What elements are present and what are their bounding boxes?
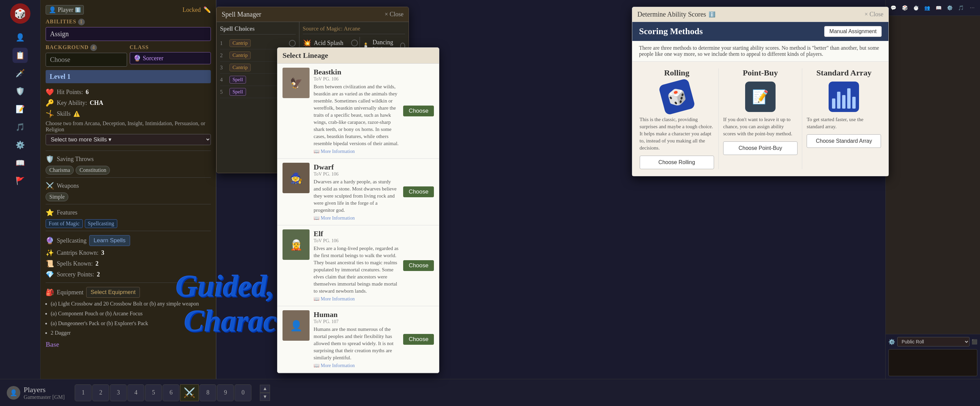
toolbar-journal-icon[interactable]: 📖 (934, 3, 943, 13)
roll-expand-icon[interactable]: ⬛ (972, 339, 977, 345)
constitution-badge: Constitution (76, 166, 110, 174)
tab-8[interactable]: 8 (199, 384, 216, 401)
human-source: ToV PG. 107 (313, 319, 399, 324)
elf-desc: Elves are a long-lived people, regarded … (313, 245, 399, 295)
sidebar-icon-combat[interactable]: 🗡️ (13, 66, 28, 81)
equip-icon: 🎒 (46, 288, 54, 296)
beastkin-name: Beastkin (313, 68, 399, 77)
choose-point-buy-button[interactable]: Choose Point-Buy (723, 141, 797, 155)
tab-6[interactable]: 6 (162, 384, 180, 401)
sidebar-icon-shield[interactable]: 🛡️ (13, 83, 28, 99)
roll-gear-icon[interactable]: ⚙️ (888, 339, 895, 345)
acid-splash-circle[interactable] (351, 40, 358, 46)
choose-rolling-button[interactable]: Choose Rolling (640, 156, 714, 169)
player-avatar: 👤 (7, 386, 20, 400)
sidebar-icon-flag[interactable]: 🚩 (13, 173, 28, 189)
sorcery-icon: 💎 (46, 270, 54, 278)
beastkin-more[interactable]: 📖 More Information (313, 149, 399, 154)
manual-assignment-button[interactable]: Manual Assignment (824, 26, 882, 37)
charisma-badge: Charisma (46, 166, 74, 174)
player-info-icon: ℹ️ (75, 7, 81, 13)
ability-title-text: Determine Ability Scores (637, 11, 706, 18)
dwarf-choose-button[interactable]: Choose (403, 186, 434, 197)
skills-select[interactable]: Select two more Skills ▾ (46, 134, 211, 145)
tab-9[interactable]: 9 (217, 384, 234, 401)
nav-down-arrow[interactable]: ▼ (260, 393, 270, 401)
lineage-header: Select Lineage (277, 48, 439, 64)
background-section: BACKGROUND 4 Choose (46, 44, 127, 67)
rolling-title: Rolling (640, 68, 714, 77)
sidebar-icon-character[interactable]: 📋 (13, 48, 28, 63)
equip-item-4: 2 Dagger (51, 328, 211, 338)
sidebar-icon-music[interactable]: 🎵 (13, 120, 28, 135)
spellcasting-icon: 🔮 (46, 237, 54, 245)
skills-desc: Choose two from Arcana, Deception, Insig… (46, 120, 211, 133)
bottom-player: 👤 Players Gamemaster [GM] (7, 385, 65, 400)
class-label: CLASS (130, 44, 211, 50)
weapons-row: ⚔️ Weapons (46, 180, 211, 191)
select-equip-button[interactable]: Select Equipment (86, 287, 140, 298)
spell-choice-1-circle[interactable] (289, 40, 296, 47)
assign-row: Assign (46, 27, 211, 41)
player-badge: 👤 Player ℹ️ (46, 5, 84, 14)
acid-splash-name: Acid Splash (314, 40, 344, 47)
sidebar-icon-notes[interactable]: 📝 (13, 101, 28, 117)
dwarf-more[interactable]: 📖 More Information (313, 215, 399, 221)
elf-more-icon: 📖 (313, 296, 319, 302)
standard-array-desc: To get started faster, use the standard … (807, 116, 881, 130)
sidebar-icon-settings[interactable]: ⚙️ (13, 137, 28, 153)
tab-0[interactable]: 0 (234, 384, 251, 401)
elf-more[interactable]: 📖 More Information (313, 296, 399, 302)
ability-close-button[interactable]: × Close (864, 11, 883, 18)
class-icon: 🔮 (134, 54, 141, 62)
lineage-item-elf: 🧝 Elf ToV PG. 106 Elves are a long-lived… (277, 225, 439, 306)
elf-choose-button[interactable]: Choose (403, 260, 434, 271)
toolbar-more-icon[interactable]: ⋯ (967, 3, 977, 13)
toolbar-settings-icon[interactable]: ⚙️ (945, 3, 955, 13)
lineage-item-dwarf: 🧙 Dwarf ToV PG. 106 Dwarves are a hardy … (277, 159, 439, 225)
equip-item-1: (a) Light Crossbow and 20 Crossbow Bolt … (51, 299, 211, 309)
players-label: Players (24, 385, 65, 394)
tab-2[interactable]: 2 (92, 384, 109, 401)
choose-box[interactable]: Choose (46, 53, 127, 67)
right-content (886, 16, 980, 334)
assign-box[interactable]: Assign (46, 27, 211, 41)
equip-label: Equipment (57, 289, 83, 296)
toolbar-players-icon[interactable]: 👥 (922, 3, 932, 13)
public-roll-select[interactable]: Public Roll (897, 337, 969, 347)
beastkin-choose-button[interactable]: Choose (403, 105, 434, 117)
human-more[interactable]: 📖 More Information (313, 363, 399, 368)
toolbar-clock-icon[interactable]: ⏱️ (911, 3, 921, 13)
choose-standard-array-button[interactable]: Choose Standard Array (807, 134, 881, 148)
beastkin-portrait: 🦅 (283, 68, 310, 98)
toolbar-chat-icon[interactable]: 💬 (888, 3, 898, 13)
toolbar-music-icon[interactable]: 🎵 (956, 3, 966, 13)
learn-spells-button[interactable]: Learn Spells (89, 235, 130, 246)
tab-5[interactable]: 5 (145, 384, 162, 401)
skills-row: 🤸 Skills ⚠️ (46, 108, 211, 119)
tab-1[interactable]: 1 (75, 384, 92, 401)
elf-portrait: 🧝 (283, 229, 310, 260)
human-more-icon: 📖 (313, 363, 319, 368)
spell-manager-close[interactable]: × Close (385, 11, 404, 18)
skills-warning: ⚠️ (73, 110, 80, 117)
standard-array-method: Standard Array To get started faster, us… (807, 68, 881, 169)
tab-4[interactable]: 4 (127, 384, 144, 401)
method-divider-1 (718, 68, 719, 169)
human-choose-button[interactable]: Choose (403, 334, 434, 345)
panel-header: 👤 Player ℹ️ Locked ✏️ (46, 5, 211, 14)
tab-3[interactable]: 3 (110, 384, 127, 401)
toolbar-dice-icon[interactable]: 🎲 (900, 3, 909, 13)
character-icon-cell[interactable]: ⚔️ (180, 384, 199, 401)
standard-array-icon (829, 82, 859, 112)
nav-up-arrow[interactable]: ▲ (260, 385, 270, 393)
sidebar-icon-book[interactable]: 📖 (13, 155, 28, 171)
sidebar-icon-players[interactable]: 👤 (13, 30, 28, 45)
app-logo[interactable]: 🎲 (10, 3, 30, 24)
hp-icon: ❤️ (46, 88, 54, 96)
spell-manager-header: Spell Manager × Close (216, 7, 409, 22)
class-box[interactable]: 🔮 Sorcerer (130, 52, 211, 64)
point-buy-title: Point-Buy (723, 68, 797, 77)
player-icon: 👤 (49, 6, 56, 14)
weapons-label: Weapons (57, 182, 79, 189)
